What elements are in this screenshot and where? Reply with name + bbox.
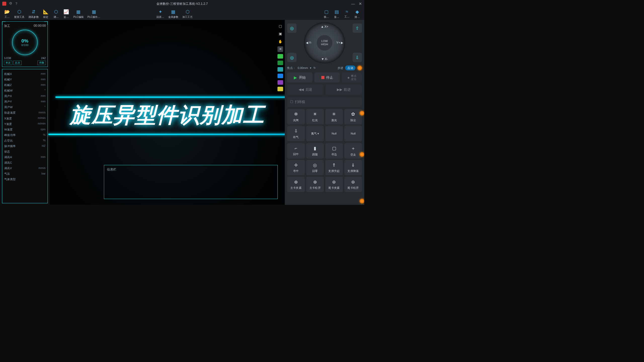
stat-机械Y: 机械Ymm xyxy=(4,77,46,82)
step-label: 步进 xyxy=(338,66,343,70)
color-chip[interactable] xyxy=(277,74,283,78)
grid-空走[interactable]: ＋空走 xyxy=(344,143,362,159)
jog-x-minus[interactable]: ▼ X- xyxy=(321,57,328,61)
tag-total[interactable]: 总次 xyxy=(13,61,22,65)
toolbar-回原…[interactable]: ✦回原… xyxy=(155,8,166,19)
help-icon[interactable]: ？ xyxy=(15,2,18,6)
grid-寻中[interactable]: ✛寻中 xyxy=(287,160,305,175)
control-panel: ◎ ◎ ▲ X+ ▼ X- ◀ Y- Y+ ▶ LOWHIGH ⇧ ⇩ xyxy=(285,20,364,205)
status-list: 机械Xmm机械Ymm机械Zmm机械W°用户Xmm用户Ymm用户W°轨迹速度mm/… xyxy=(2,69,48,203)
stat-机械Z: 机械Zmm xyxy=(4,82,46,88)
stat-用户X: 用户Xmm xyxy=(4,94,46,99)
grid-红光[interactable]: ☀红光 xyxy=(306,109,324,124)
grid-激光[interactable]: ✳激光 xyxy=(325,109,343,124)
color-chip[interactable] xyxy=(277,87,283,91)
viewport-tools: ▢▣✋✕ xyxy=(277,23,283,91)
minimize-button[interactable]: — xyxy=(351,2,355,6)
jog-x-plus[interactable]: ▲ X+ xyxy=(321,25,328,28)
stat-调高V: 调高Vmm/s xyxy=(4,165,46,171)
jog-y-minus[interactable]: ◀ Y- xyxy=(306,41,312,45)
grid-氮气 ▾[interactable]: 氮气 ▾ xyxy=(306,126,324,141)
grid-Null[interactable]: Null xyxy=(344,126,362,141)
viewport-tool-0[interactable]: ▢ xyxy=(277,23,283,29)
progress-count: 0/100 xyxy=(21,43,28,47)
progress-ring: 0% 0/100 xyxy=(12,30,38,55)
stat-轨迹速度: 轨迹速度mm/s xyxy=(4,110,46,116)
toolbar-视…[interactable]: ▢视… xyxy=(322,8,331,19)
jog-y-plus[interactable]: Y+ ▶ xyxy=(336,41,343,45)
jog-mode-b[interactable]: ◎ xyxy=(287,53,296,62)
toolbar-监…[interactable]: 📈监… xyxy=(62,8,71,19)
color-chip[interactable] xyxy=(277,80,283,85)
toolbar-PLC编辑[interactable]: ▦PLC编辑 xyxy=(72,8,85,19)
info-title: 信息栏 xyxy=(107,167,274,171)
grid-回中[interactable]: ⌐回中 xyxy=(287,143,305,159)
grid-尾卡夹紧[interactable]: ⊛尾卡夹紧 xyxy=(325,177,343,192)
focus-dropdown-icon[interactable]: ▾ xyxy=(310,66,311,70)
toolbar-标定[interactable]: 📐标定 xyxy=(41,8,50,19)
toolbar-显…[interactable]: ▤显… xyxy=(332,8,341,19)
settings-icon[interactable]: ⚙ xyxy=(9,2,12,6)
grid-主卡夹紧[interactable]: ⊕主卡夹紧 xyxy=(287,177,305,192)
toolbar-调…[interactable]: ⬡调… xyxy=(52,8,61,19)
stat-W速度: W速度rpm xyxy=(4,127,46,132)
toolbar-工…[interactable]: ≈工… xyxy=(342,8,351,19)
jog-z-up[interactable]: ⇧ xyxy=(353,23,362,33)
window-title: 金洲数控-三维管材加工系统-V2.1.2.7 xyxy=(156,2,208,6)
grid-Null[interactable]: Null xyxy=(325,126,343,141)
toolbar-配置工具[interactable]: ⬡配置工具 xyxy=(13,8,26,19)
grid-主卡松开[interactable]: ⊕主卡松开 xyxy=(306,177,324,192)
grid-尾卡松开[interactable]: ⊛尾卡松开 xyxy=(344,177,362,192)
toolbar-PLC操作…[interactable]: ▦PLC操作… xyxy=(86,8,102,19)
stat-用户Y: 用户Ymm xyxy=(4,99,46,105)
color-chip[interactable] xyxy=(277,54,283,59)
forward-button[interactable]: ▶▶ 前进 xyxy=(326,85,362,95)
stat-占空比: 占空比% xyxy=(4,138,46,143)
jog-mode-a[interactable]: ◎ xyxy=(287,23,296,33)
grid-光闸[interactable]: ✲光闸 xyxy=(287,109,305,124)
tag-pieces[interactable]: 件数 xyxy=(37,61,46,65)
main-toolbar: 📂工…⬡配置工具⇵调高参数📐标定⬡调…📈监…▦PLC编辑▦PLC操作… ✦回原…… xyxy=(0,7,364,20)
grid-寻边[interactable]: ▢寻边 xyxy=(325,143,343,159)
stat-机械X: 机械Xmm xyxy=(4,71,46,77)
focus-refresh-icon[interactable]: ↻ xyxy=(313,66,316,70)
grid-吹气[interactable]: ⇩吹气 xyxy=(287,126,305,141)
info-panel: 信息栏 xyxy=(104,165,278,199)
stop-button[interactable]: 停止 xyxy=(314,72,340,83)
toolbar-工…[interactable]: 📂工… xyxy=(3,8,12,19)
toolbar-清…[interactable]: ◆清… xyxy=(353,8,362,19)
overlay-title: 旋压异型件识别加工 xyxy=(70,101,265,129)
progress-left-value: 1/238 xyxy=(4,57,11,60)
close-button[interactable]: ✕ xyxy=(359,2,362,6)
toolbar-加工工艺[interactable]: ⬡加工工艺 xyxy=(181,8,194,19)
grid-支撑降落[interactable]: ⇓支撑降落 xyxy=(344,160,362,175)
toolbar-全局参数[interactable]: ▦全局参数 xyxy=(167,8,180,19)
color-chip[interactable] xyxy=(277,61,283,65)
color-chip[interactable] xyxy=(277,67,283,72)
stat-Y速度: Y速度m/min xyxy=(4,121,46,127)
jog-speed-toggle[interactable]: LOWHIGH xyxy=(317,35,332,51)
focus-value: 0.00mm xyxy=(298,66,308,70)
focus-label: 焦点： xyxy=(287,66,296,70)
toolbar-调高参数[interactable]: ⇵调高参数 xyxy=(27,8,40,19)
jog-wheel[interactable]: ▲ X+ ▼ X- ◀ Y- Y+ ▶ LOWHIGH xyxy=(304,22,345,63)
tag-this-time[interactable]: 本次 xyxy=(4,61,12,65)
back-button[interactable]: ◀◀ 后退 xyxy=(287,85,324,95)
sample-mode-checkbox[interactable]: ☐ 打样模 xyxy=(287,97,362,107)
stat-机械W: 机械W° xyxy=(4,88,46,94)
jog-z-down[interactable]: ⇩ xyxy=(353,53,362,62)
grid-除尘[interactable]: ✿除尘 xyxy=(344,109,362,124)
3d-viewport[interactable]: ▢▣✋✕ 旋压异型件识别加工 信息栏 xyxy=(50,20,285,205)
jog-pill[interactable]: 点动 xyxy=(345,65,355,70)
titlebar: ⚙ ？ 金洲数控-三维管材加工系统-V2.1.2.7 — ✕ xyxy=(0,0,364,7)
progress-time: 00:00:00 xyxy=(34,24,46,28)
breakpoint-button[interactable]: ◉ 断点 定位 xyxy=(342,72,362,83)
grid-支撑升起[interactable]: ⇑支撑升起 xyxy=(325,160,343,175)
grid-跟随[interactable]: ▮跟随 xyxy=(306,143,324,159)
viewport-tool-3[interactable]: ✕ xyxy=(277,46,283,52)
grid-回零[interactable]: ◎回零 xyxy=(306,160,324,175)
viewport-tool-1[interactable]: ▣ xyxy=(277,31,283,37)
viewport-tool-2[interactable]: ✋ xyxy=(277,39,283,44)
stat-脉冲频率: 脉冲频率HZ xyxy=(4,143,46,149)
start-button[interactable]: ▶开始 xyxy=(287,72,312,83)
